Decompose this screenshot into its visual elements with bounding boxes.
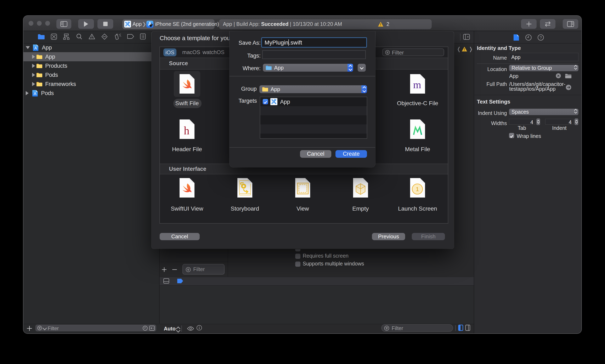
svg-text:m: m bbox=[413, 79, 421, 91]
svg-text:h: h bbox=[184, 124, 190, 137]
svg-text:?: ? bbox=[540, 35, 542, 40]
svg-text:1: 1 bbox=[416, 186, 419, 192]
